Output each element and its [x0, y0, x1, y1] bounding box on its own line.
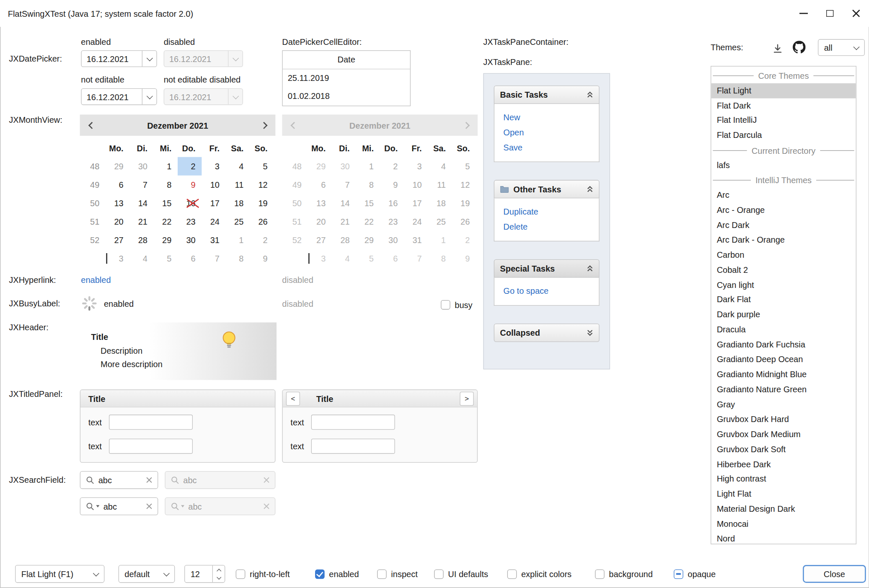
- calendar-day[interactable]: 10: [202, 176, 225, 194]
- github-icon[interactable]: [793, 41, 806, 55]
- theme-item-flat-intellij[interactable]: Flat IntelliJ: [711, 113, 856, 128]
- themes-filter-combo[interactable]: all: [818, 39, 865, 56]
- next-month-button[interactable]: [252, 114, 275, 136]
- calendar-day[interactable]: 30: [178, 231, 202, 249]
- checkbox-right-to-left[interactable]: right-to-left: [236, 566, 290, 582]
- text-input[interactable]: [109, 414, 193, 430]
- theme-item-gradianto-nature-green[interactable]: Gradianto Nature Green: [711, 382, 856, 397]
- calendar-day[interactable]: 17: [202, 194, 225, 212]
- search-field-with-menu[interactable]: abc: [80, 497, 158, 515]
- chevron-double-up-icon[interactable]: [587, 265, 593, 272]
- clear-icon[interactable]: [146, 503, 153, 510]
- checkbox-box[interactable]: [315, 569, 325, 579]
- calendar-day[interactable]: 15: [154, 194, 178, 212]
- calendar-day[interactable]: 19: [250, 194, 274, 212]
- calendar-day[interactable]: 29: [154, 231, 178, 249]
- calendar-day[interactable]: 9: [178, 176, 202, 194]
- theme-item-gray[interactable]: Gray: [711, 397, 856, 412]
- calendar-day[interactable]: 7: [129, 176, 153, 194]
- theme-item-lafs[interactable]: lafs: [711, 158, 856, 173]
- date-picker-dropdown-button[interactable]: [142, 89, 157, 104]
- theme-item-cyan-light[interactable]: Cyan light: [711, 277, 856, 293]
- calendar-day[interactable]: 3: [202, 157, 225, 176]
- table-row[interactable]: 25.11.2019: [283, 69, 410, 87]
- taskpane-header[interactable]: Special Tasks: [494, 259, 600, 278]
- theme-item-dark-purple[interactable]: Dark purple: [711, 307, 856, 322]
- taskpane-link-duplicate[interactable]: Duplicate: [503, 204, 590, 219]
- calendar-day[interactable]: 11: [226, 176, 250, 194]
- theme-item-light-flat[interactable]: Light Flat: [711, 487, 856, 502]
- theme-item-arc-dark[interactable]: Arc Dark: [711, 218, 856, 233]
- calendar-day[interactable]: 4: [226, 157, 250, 176]
- calendar-day[interactable]: 27: [106, 231, 129, 249]
- checkbox-background[interactable]: background: [595, 566, 653, 582]
- theme-item-arc-dark-orange[interactable]: Arc Dark - Orange: [711, 233, 856, 248]
- calendar-day[interactable]: 30: [129, 157, 153, 176]
- checkbox-ui-defaults[interactable]: UI defaults: [434, 566, 488, 582]
- checkbox-box[interactable]: [441, 300, 450, 309]
- theme-item-hiberbee-dark[interactable]: Hiberbee Dark: [711, 457, 856, 472]
- theme-item-carbon[interactable]: Carbon: [711, 248, 856, 263]
- text-input[interactable]: [311, 414, 395, 430]
- calendar-day[interactable]: 3: [106, 249, 129, 268]
- calendar-day[interactable]: 5: [250, 157, 274, 176]
- taskpane-header[interactable]: Basic Tasks: [494, 85, 600, 104]
- close-button[interactable]: Close: [803, 565, 866, 583]
- taskpane-link-go-to-space[interactable]: Go to space: [503, 283, 590, 298]
- calendar-day[interactable]: 21: [129, 212, 153, 231]
- text-input[interactable]: [109, 439, 193, 454]
- date-picker-dropdown-button[interactable]: [142, 51, 157, 66]
- calendar-day[interactable]: 8: [154, 176, 178, 194]
- theme-item-cobalt-2[interactable]: Cobalt 2: [711, 262, 856, 277]
- chevron-double-up-icon[interactable]: [587, 186, 593, 193]
- spinner-up-button[interactable]: [213, 565, 225, 574]
- theme-item-arc-orange[interactable]: Arc - Orange: [711, 203, 856, 218]
- checkbox-inspect[interactable]: inspect: [377, 566, 418, 582]
- maximize-button[interactable]: [817, 0, 843, 27]
- previous-month-button[interactable]: [80, 114, 103, 136]
- theme-item-dark-flat[interactable]: Dark Flat: [711, 293, 856, 308]
- calendar-day[interactable]: 1: [226, 231, 250, 249]
- theme-item-gruvbox-dark-soft[interactable]: Gruvbox Dark Soft: [711, 442, 856, 457]
- calendar-day[interactable]: 2: [178, 157, 202, 176]
- search-field-enabled[interactable]: abc: [80, 471, 158, 489]
- chevron-double-down-icon[interactable]: [587, 329, 593, 336]
- theme-item-arc[interactable]: Arc: [711, 188, 856, 203]
- calendar-day[interactable]: 22: [154, 212, 178, 231]
- search-input[interactable]: abc: [103, 502, 142, 511]
- theme-item-gradianto-deep-ocean[interactable]: Gradianto Deep Ocean: [711, 352, 856, 367]
- calendar-day[interactable]: 6: [106, 176, 129, 194]
- taskpane-header[interactable]: Collapsed: [494, 324, 600, 342]
- checkbox-box[interactable]: [377, 569, 387, 579]
- calendar-day[interactable]: 8: [226, 249, 250, 268]
- spinner-down-button[interactable]: [213, 574, 225, 582]
- spinner-value[interactable]: 12: [185, 565, 212, 582]
- calendar-day[interactable]: 23: [178, 212, 202, 231]
- theme-item-flat-dark[interactable]: Flat Dark: [711, 98, 856, 113]
- calendar-day[interactable]: 5: [154, 249, 178, 268]
- theme-item-high-contrast[interactable]: High contrast: [711, 472, 856, 487]
- calendar-day[interactable]: 9: [250, 249, 274, 268]
- date-picker-not-editable[interactable]: 16.12.2021: [81, 88, 157, 105]
- checkbox-box[interactable]: [434, 569, 444, 579]
- theme-item-gradianto-dark-fuchsia[interactable]: Gradianto Dark Fuchsia: [711, 337, 856, 352]
- theme-item-gruvbox-dark-medium[interactable]: Gruvbox Dark Medium: [711, 427, 856, 442]
- download-icon[interactable]: [772, 43, 784, 56]
- date-picker-enabled[interactable]: 16.12.2021: [81, 50, 157, 67]
- date-picker-value[interactable]: 16.12.2021: [82, 89, 142, 104]
- checkbox-opaque[interactable]: opaque: [674, 566, 716, 582]
- table-row[interactable]: 01.02.2018: [283, 87, 410, 105]
- calendar-day[interactable]: 16: [178, 194, 202, 212]
- theme-item-gruvbox-dark-hard[interactable]: Gruvbox Dark Hard: [711, 412, 856, 427]
- checkbox-box[interactable]: [595, 569, 605, 579]
- theme-item-dracula[interactable]: Dracula: [711, 322, 856, 337]
- checkbox-enabled[interactable]: enabled: [315, 566, 359, 582]
- laf-combo[interactable]: Flat Light (F1): [15, 565, 104, 583]
- theme-item-monocai[interactable]: Monocai: [711, 517, 856, 532]
- checkbox-busy[interactable]: busy: [441, 297, 473, 312]
- calendar-day[interactable]: 31: [202, 231, 225, 249]
- checkbox-explicit-colors[interactable]: explicit colors: [507, 566, 572, 582]
- minimize-button[interactable]: [790, 0, 817, 27]
- calendar-day[interactable]: 24: [202, 212, 225, 231]
- taskpane-link-open[interactable]: Open: [503, 124, 590, 140]
